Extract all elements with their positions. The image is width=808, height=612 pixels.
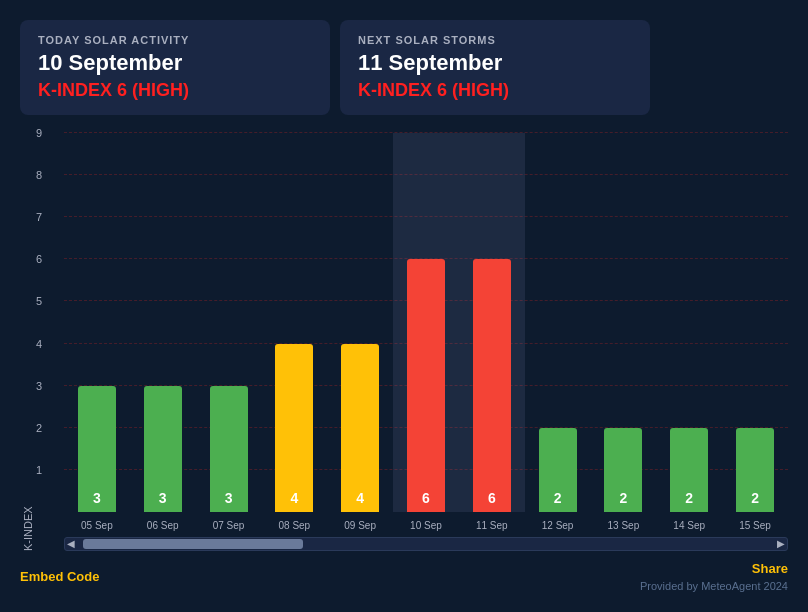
provider-text: Provided by MeteoAgent 2024 bbox=[640, 580, 788, 592]
bar-10-Sep: 6 bbox=[407, 259, 445, 512]
x-label: 10 Sep bbox=[393, 516, 459, 531]
bar-group: 2 bbox=[525, 133, 591, 512]
bar-08-Sep: 4 bbox=[275, 344, 313, 512]
today-date: 10 September bbox=[38, 50, 312, 76]
next-date: 11 September bbox=[358, 50, 632, 76]
bar-07-Sep: 3 bbox=[210, 386, 248, 512]
scrollbar[interactable]: ◀ ▶ bbox=[64, 537, 788, 551]
bar-value: 3 bbox=[225, 490, 233, 506]
scroll-right-icon[interactable]: ▶ bbox=[777, 539, 785, 549]
grid-label: 2 bbox=[36, 422, 42, 434]
today-card: TODAY SOLAR ACTIVITY 10 September K-INDE… bbox=[20, 20, 330, 115]
today-index: K-INDEX 6 (HIGH) bbox=[38, 80, 312, 101]
grid-label: 4 bbox=[36, 338, 42, 350]
x-label: 09 Sep bbox=[327, 516, 393, 531]
x-label: 07 Sep bbox=[196, 516, 262, 531]
bar-05-Sep: 3 bbox=[78, 386, 116, 512]
info-row: TODAY SOLAR ACTIVITY 10 September K-INDE… bbox=[20, 20, 788, 115]
bar-06-Sep: 3 bbox=[144, 386, 182, 512]
chart-inner: 12345678933344662222 05 Sep06 Sep07 Sep0… bbox=[34, 133, 788, 551]
footer-right: Share Provided by MeteoAgent 2024 bbox=[640, 561, 788, 592]
bar-value: 4 bbox=[290, 490, 298, 506]
x-label: 08 Sep bbox=[261, 516, 327, 531]
grid-label: 1 bbox=[36, 464, 42, 476]
bar-group: 6 bbox=[459, 133, 525, 512]
bar-group: 3 bbox=[130, 133, 196, 512]
x-label: 05 Sep bbox=[64, 516, 130, 531]
bar-11-Sep: 6 bbox=[473, 259, 511, 512]
bar-value: 3 bbox=[93, 490, 101, 506]
grid-label: 6 bbox=[36, 253, 42, 265]
bar-group: 2 bbox=[656, 133, 722, 512]
main-container: TODAY SOLAR ACTIVITY 10 September K-INDE… bbox=[0, 0, 808, 612]
bar-group: 2 bbox=[722, 133, 788, 512]
grid-label: 8 bbox=[36, 169, 42, 181]
x-label: 06 Sep bbox=[130, 516, 196, 531]
footer: Embed Code Share Provided by MeteoAgent … bbox=[20, 561, 788, 592]
today-subtitle: TODAY SOLAR ACTIVITY bbox=[38, 34, 312, 46]
bar-12-Sep: 2 bbox=[539, 428, 577, 512]
x-label: 14 Sep bbox=[656, 516, 722, 531]
y-axis-label: K-INDEX bbox=[20, 133, 34, 551]
grid-label: 9 bbox=[36, 127, 42, 139]
bar-group: 3 bbox=[64, 133, 130, 512]
next-card: NEXT SOLAR STORMS 11 September K-INDEX 6… bbox=[340, 20, 650, 115]
bar-09-Sep: 4 bbox=[341, 344, 379, 512]
bar-value: 2 bbox=[685, 490, 693, 506]
bar-13-Sep: 2 bbox=[604, 428, 642, 512]
bar-15-Sep: 2 bbox=[736, 428, 774, 512]
bars-container: 33344662222 bbox=[64, 133, 788, 512]
next-subtitle: NEXT SOLAR STORMS bbox=[358, 34, 632, 46]
bar-value: 2 bbox=[620, 490, 628, 506]
today-index-label: K-INDEX 6 bbox=[38, 80, 127, 100]
x-label: 12 Sep bbox=[525, 516, 591, 531]
next-index-label: K-INDEX 6 bbox=[358, 80, 447, 100]
bar-group: 6 bbox=[393, 133, 459, 512]
scrollbar-thumb[interactable] bbox=[83, 539, 303, 549]
chart-grid: 12345678933344662222 bbox=[34, 133, 788, 512]
bar-14-Sep: 2 bbox=[670, 428, 708, 512]
x-axis: 05 Sep06 Sep07 Sep08 Sep09 Sep10 Sep11 S… bbox=[64, 516, 788, 531]
share-button[interactable]: Share bbox=[752, 561, 788, 576]
bar-value: 6 bbox=[422, 490, 430, 506]
x-label: 13 Sep bbox=[591, 516, 657, 531]
grid-label: 3 bbox=[36, 380, 42, 392]
embed-code-button[interactable]: Embed Code bbox=[20, 569, 99, 584]
grid-label: 7 bbox=[36, 211, 42, 223]
bar-value: 4 bbox=[356, 490, 364, 506]
scroll-left-icon[interactable]: ◀ bbox=[67, 539, 75, 549]
bar-group: 4 bbox=[327, 133, 393, 512]
chart-area: K-INDEX 12345678933344662222 05 Sep06 Se… bbox=[20, 133, 788, 551]
grid-label: 5 bbox=[36, 295, 42, 307]
bar-value: 2 bbox=[751, 490, 759, 506]
bar-value: 6 bbox=[488, 490, 496, 506]
next-index: K-INDEX 6 (HIGH) bbox=[358, 80, 632, 101]
bar-group: 3 bbox=[196, 133, 262, 512]
x-label: 11 Sep bbox=[459, 516, 525, 531]
bar-value: 2 bbox=[554, 490, 562, 506]
next-severity: (HIGH) bbox=[452, 80, 509, 100]
bar-group: 4 bbox=[261, 133, 327, 512]
x-label: 15 Sep bbox=[722, 516, 788, 531]
bar-value: 3 bbox=[159, 490, 167, 506]
bar-group: 2 bbox=[591, 133, 657, 512]
today-severity: (HIGH) bbox=[132, 80, 189, 100]
